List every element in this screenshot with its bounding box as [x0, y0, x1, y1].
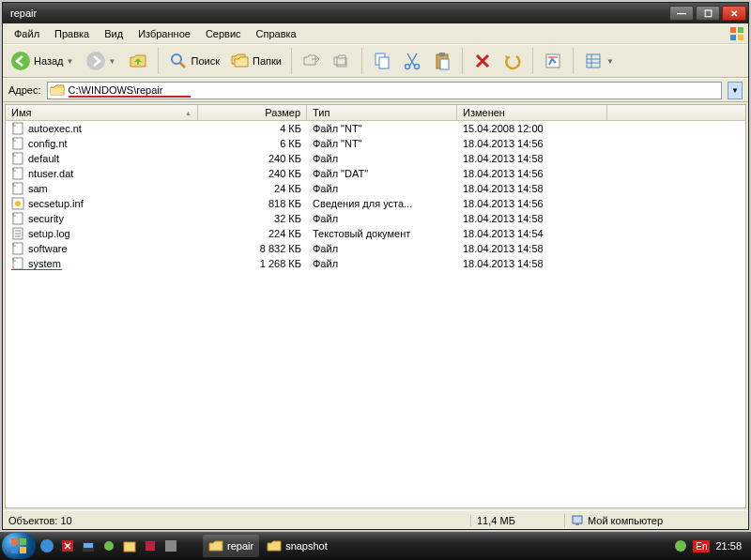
file-row[interactable]: security32 КБФайл18.04.2013 14:58: [6, 211, 745, 226]
delete-icon: [472, 51, 493, 71]
quick-launch-3[interactable]: [79, 537, 98, 555]
svg-point-11: [405, 65, 409, 69]
column-type[interactable]: Тип: [307, 105, 457, 120]
file-list[interactable]: Имя▲ Размер Тип Изменен autoexec.nt4 КБФ…: [5, 104, 746, 508]
system-tray[interactable]: En 21:58: [667, 539, 749, 552]
file-modified: 18.04.2013 14:58: [457, 243, 607, 254]
separator: [462, 48, 463, 74]
back-button[interactable]: Назад ▼: [7, 48, 80, 74]
quick-launch-7[interactable]: [161, 537, 180, 555]
menu-file[interactable]: Файл: [7, 26, 47, 41]
svg-rect-14: [439, 53, 445, 56]
folders-icon: [229, 51, 250, 71]
chevron-down-icon[interactable]: ▼: [606, 57, 616, 66]
toolbar: Назад ▼ ▼ Поиск Папки ▼: [3, 44, 748, 78]
file-modified: 18.04.2013 14:56: [457, 138, 607, 149]
address-dropdown[interactable]: ▼: [728, 82, 743, 99]
title-bar[interactable]: repair — ☐ ✕: [3, 3, 748, 23]
chevron-down-icon[interactable]: ▼: [67, 57, 76, 66]
menu-view[interactable]: Вид: [97, 26, 130, 41]
file-size: 8 832 КБ: [198, 243, 307, 254]
file-row[interactable]: setup.log224 КБТекстовый документ18.04.2…: [6, 226, 745, 241]
file-type: Текстовый документ: [307, 228, 457, 239]
file-row[interactable]: sam24 КБФайл18.04.2013 14:58: [6, 181, 745, 196]
quick-launch-1[interactable]: [38, 537, 56, 555]
properties-icon: [543, 51, 563, 71]
file-size: 24 КБ: [198, 183, 307, 194]
up-folder-icon: [128, 51, 148, 71]
explorer-window: repair — ☐ ✕ Файл Правка Вид Избранное С…: [2, 2, 749, 530]
file-row[interactable]: config.nt6 КБФайл "NT"18.04.2013 14:56: [6, 136, 745, 151]
file-row[interactable]: default240 КБФайл18.04.2013 14:58: [6, 151, 745, 166]
svg-rect-3: [738, 35, 743, 40]
menu-edit[interactable]: Правка: [47, 26, 97, 41]
file-list-body: autoexec.nt4 КБФайл "NT"15.04.2008 12:00…: [6, 121, 745, 271]
language-indicator[interactable]: En: [693, 540, 710, 552]
clock[interactable]: 21:58: [715, 540, 742, 552]
paste-button[interactable]: [428, 48, 456, 74]
tray-icon[interactable]: [674, 539, 687, 552]
svg-rect-39: [11, 547, 18, 553]
forward-button[interactable]: ▼: [82, 48, 122, 74]
file-row[interactable]: software8 832 КБФайл18.04.2013 14:58: [6, 241, 745, 256]
taskbar-task-snapshot[interactable]: snapshot: [261, 535, 333, 557]
separator: [291, 48, 292, 74]
menu-tools[interactable]: Сервис: [198, 26, 249, 41]
move-to-button[interactable]: [298, 48, 326, 74]
start-button[interactable]: [2, 533, 36, 559]
views-button[interactable]: ▼: [579, 48, 620, 74]
annotation-underline: [69, 96, 191, 98]
quick-launch-4[interactable]: [100, 537, 118, 555]
file-type: Файл: [307, 258, 457, 269]
search-button[interactable]: Поиск: [164, 48, 223, 74]
undo-button[interactable]: [498, 48, 527, 74]
file-name: security: [28, 213, 64, 224]
copy-to-button[interactable]: [328, 48, 356, 74]
file-name: ntuser.dat: [28, 168, 73, 179]
forward-icon: [85, 51, 106, 71]
file-icon: [11, 182, 24, 195]
column-name[interactable]: Имя▲: [6, 105, 198, 120]
delete-button[interactable]: [468, 48, 497, 74]
address-input[interactable]: C:\WINDOWS\repair: [47, 82, 722, 99]
svg-point-6: [172, 54, 181, 64]
menu-favorites[interactable]: Избранное: [130, 26, 198, 41]
taskbar[interactable]: repair snapshot En 21:58: [0, 532, 751, 560]
file-row[interactable]: ntuser.dat240 КБФайл "DAT"18.04.2013 14:…: [6, 166, 745, 181]
file-icon: [11, 152, 24, 165]
close-button[interactable]: ✕: [722, 6, 746, 21]
file-type: Файл: [307, 213, 457, 224]
svg-rect-44: [84, 543, 93, 548]
svg-rect-46: [146, 541, 155, 551]
menu-help[interactable]: Справка: [249, 26, 304, 41]
svg-point-5: [86, 52, 105, 70]
file-type: Файл "NT": [307, 123, 457, 134]
minimize-button[interactable]: —: [669, 6, 694, 21]
file-name: autoexec.nt: [28, 123, 82, 134]
taskbar-task-repair[interactable]: repair: [203, 535, 259, 557]
cut-button[interactable]: [398, 48, 426, 74]
address-path: C:\WINDOWS\repair: [69, 84, 163, 96]
quick-launch-6[interactable]: [141, 537, 160, 555]
chevron-down-icon[interactable]: ▼: [109, 57, 118, 66]
column-size[interactable]: Размер: [198, 105, 307, 120]
file-row[interactable]: autoexec.nt4 КБФайл "NT"15.04.2008 12:00: [6, 121, 745, 136]
file-type: Файл: [307, 153, 457, 164]
annotation-underline: [11, 269, 62, 270]
column-modified[interactable]: Изменен: [457, 105, 607, 120]
address-label: Адрес:: [8, 84, 41, 96]
file-row[interactable]: secsetup.inf818 КБСведения для уста...18…: [6, 196, 745, 211]
file-modified: 18.04.2013 14:56: [457, 168, 607, 179]
quick-launch-2[interactable]: [58, 537, 77, 555]
file-type: Сведения для уста...: [307, 198, 457, 209]
up-button[interactable]: [124, 48, 152, 74]
folders-button[interactable]: Папки: [225, 48, 285, 74]
file-name: software: [28, 243, 68, 254]
svg-rect-1: [738, 27, 743, 33]
copy-button[interactable]: [368, 48, 396, 74]
maximize-button[interactable]: ☐: [696, 6, 720, 21]
quick-launch-5[interactable]: [120, 537, 139, 555]
file-size: 1 268 КБ: [198, 258, 307, 269]
properties-button[interactable]: [539, 48, 567, 74]
file-row[interactable]: system1 268 КБФайл18.04.2013 14:58: [6, 256, 745, 271]
